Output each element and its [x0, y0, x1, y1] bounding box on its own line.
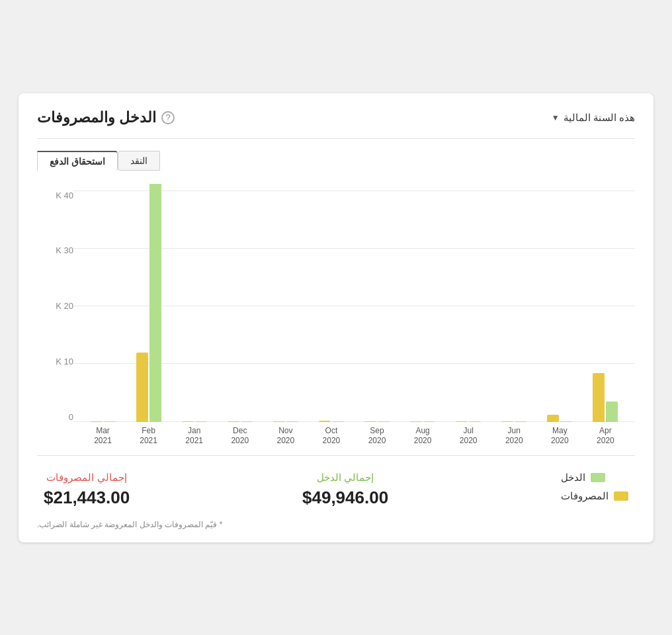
- bar-group: [593, 373, 618, 422]
- tab-bar: استحقاق الدفع النقد: [37, 151, 635, 171]
- bar-group: [501, 421, 526, 422]
- bar-group: [182, 421, 207, 422]
- legend-expense: المصروفات: [561, 490, 628, 502]
- expense-bar: [547, 415, 559, 422]
- help-icon[interactable]: ?: [161, 111, 175, 124]
- chart-inner: Mar2021Feb2021Jan2021Dec2020Nov2020Oct20…: [73, 184, 635, 448]
- income-bar: [241, 421, 253, 422]
- expense-bar: [501, 421, 513, 422]
- y-label-0: 0: [69, 412, 73, 422]
- expense-bar: [410, 421, 422, 422]
- x-label: Sep2020: [368, 423, 386, 448]
- x-label: Jul2020: [460, 423, 478, 448]
- x-label: Apr2020: [597, 423, 614, 448]
- page-title: الدخل والمصروفات: [37, 109, 156, 126]
- legend-income: الدخل: [561, 472, 605, 484]
- legend-box: الدخل المصروفات: [561, 472, 628, 502]
- bar-group: [91, 421, 116, 422]
- bars-container: [73, 190, 635, 422]
- x-label: Feb2021: [140, 423, 157, 448]
- x-label: Mar2021: [94, 423, 112, 448]
- expense-bar: [319, 421, 331, 422]
- x-label: Nov2020: [277, 423, 295, 448]
- expense-bar: [364, 421, 376, 422]
- income-bar: [378, 421, 390, 422]
- x-label: Oct2020: [323, 423, 341, 448]
- expense-total-label: إجمالي المصروفات: [44, 472, 130, 484]
- x-labels: Mar2021Feb2021Jan2021Dec2020Nov2020Oct20…: [73, 423, 635, 448]
- income-bar: [469, 421, 481, 422]
- y-label-20k: K 20: [56, 301, 73, 311]
- income-total-label: إجمالي الدخل: [302, 472, 388, 484]
- expense-total-value: $21,443.00: [44, 487, 130, 508]
- y-label-30k: K 30: [56, 245, 73, 255]
- section-divider: [37, 455, 635, 456]
- tab-cash[interactable]: النقد: [118, 151, 160, 171]
- bar-group: [456, 421, 481, 422]
- bar-group: [364, 421, 390, 422]
- footnote: * قيّم المصروفات والدخل المعروضة غير شام…: [37, 520, 635, 529]
- y-label-40k: K 40: [56, 190, 73, 200]
- y-label-10k: K 10: [56, 357, 73, 366]
- expense-bar: [91, 421, 103, 422]
- bar-group: [319, 421, 344, 422]
- chart-area: Mar2021Feb2021Jan2021Dec2020Nov2020Oct20…: [37, 184, 635, 448]
- period-arrow-icon: ▼: [552, 113, 560, 122]
- summary-row: الدخل المصروفات إجمالي الدخل $49,946.00 …: [37, 472, 635, 508]
- income-bar: [560, 421, 572, 422]
- income-legend-label: الدخل: [561, 472, 585, 484]
- expense-bar: [456, 421, 468, 422]
- total-income: إجمالي الدخل $49,946.00: [302, 472, 388, 508]
- total-expense: إجمالي المصروفات $21,443.00: [44, 472, 130, 508]
- header-divider: [37, 138, 635, 139]
- y-axis: K 40 K 30 K 20 K 10 0: [37, 184, 73, 448]
- x-label: May2020: [551, 423, 569, 448]
- x-label: Jun2020: [505, 423, 523, 448]
- period-selector[interactable]: هذه السنة المالية ▼: [552, 112, 635, 124]
- bar-group: [228, 421, 253, 422]
- title-area: ? الدخل والمصروفات: [37, 109, 180, 126]
- income-bar: [149, 184, 161, 422]
- income-bar: [104, 421, 116, 422]
- income-total-value: $49,946.00: [302, 487, 388, 508]
- income-bar: [286, 421, 298, 422]
- income-bar: [423, 421, 435, 422]
- card-header: هذه السنة المالية ▼ ? الدخل والمصروفات: [37, 109, 635, 126]
- bar-group: [547, 415, 572, 422]
- income-bar: [195, 421, 207, 422]
- expense-swatch: [614, 491, 628, 501]
- income-swatch: [591, 473, 605, 482]
- income-bar: [515, 421, 526, 422]
- expense-bar: [228, 421, 239, 422]
- income-expenses-card: هذه السنة المالية ▼ ? الدخل والمصروفات ا…: [19, 93, 653, 542]
- bar-group: [273, 421, 298, 422]
- x-label: Aug2020: [414, 423, 432, 448]
- expense-bar: [273, 421, 285, 422]
- expense-legend-label: المصروفات: [561, 490, 609, 502]
- expense-bar: [136, 353, 148, 422]
- tab-accrual[interactable]: استحقاق الدفع: [37, 151, 118, 171]
- income-bar: [332, 421, 344, 422]
- x-label: Dec2020: [231, 423, 249, 448]
- income-bar: [606, 402, 618, 422]
- period-label: هذه السنة المالية: [564, 112, 635, 124]
- bar-group: [410, 421, 435, 422]
- expense-bar: [182, 421, 194, 422]
- expense-bar: [593, 373, 605, 422]
- bar-group: [136, 184, 161, 422]
- x-label: Jan2021: [185, 423, 203, 448]
